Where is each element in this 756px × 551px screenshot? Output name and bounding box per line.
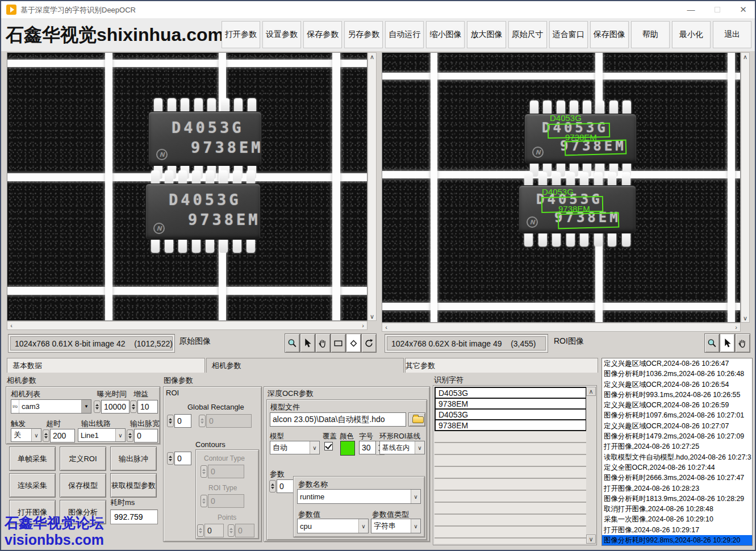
minimize-button[interactable]: — <box>678 1 704 18</box>
toolbar-button[interactable]: 缩小图像 <box>426 21 465 48</box>
toolbar-button[interactable]: 最小化 <box>672 21 711 48</box>
contours-index-stepper[interactable]: 0 <box>167 452 191 465</box>
global-rect-index-stepper[interactable]: 0 <box>167 414 191 428</box>
chevron-down-icon[interactable]: ∨ <box>115 429 125 441</box>
scroll-left-icon[interactable]: ‹ <box>382 323 390 331</box>
scroll-down-icon[interactable]: ∨ <box>586 535 596 544</box>
model-select[interactable]: 自动 ∨ <box>270 441 320 454</box>
select-tool-button[interactable] <box>300 333 315 353</box>
chevron-down-icon[interactable]: ∨ <box>411 490 420 503</box>
log-entry[interactable]: 采集一次图像,2024-08-26 10:29:10 <box>602 514 752 524</box>
log-entry[interactable]: 打开图像,2024-08-26 10:29:17 <box>602 525 752 535</box>
horizontal-scrollbar[interactable]: ‹ › <box>7 321 367 330</box>
pan-tool-button[interactable] <box>735 333 750 353</box>
rectangle-tool-button[interactable] <box>331 333 346 353</box>
event-log-list[interactable]: 定义兴趣区域OCR,2024-08-26 10:26:47图像分析耗时1036.… <box>602 358 753 546</box>
diamond-tool-button[interactable] <box>346 333 361 353</box>
output-line-select[interactable]: Line1 ∨ <box>78 428 126 442</box>
scroll-up-icon[interactable]: ∧ <box>741 53 749 61</box>
toolbar-button[interactable]: 保存参数 <box>303 21 342 48</box>
log-entry[interactable]: 图像分析耗时1813.9ms,2024-08-26 10:28:29 <box>602 494 752 504</box>
toolbar-button[interactable]: 另存参数 <box>344 21 383 48</box>
params-index-stepper[interactable]: 0 <box>269 479 295 493</box>
contours-index[interactable]: 0 <box>174 452 191 465</box>
up-down-arrows-icon[interactable] <box>43 429 49 442</box>
log-entry[interactable]: 图像分析耗时1036.2ms,2024-08-26 10:26:48 <box>602 369 752 379</box>
toolbar-button[interactable]: 放大图像 <box>467 21 506 48</box>
chevron-down-icon[interactable]: ∨ <box>415 441 424 454</box>
up-down-arrows-icon[interactable] <box>127 429 133 442</box>
toolbar-button[interactable]: 帮助 <box>631 21 670 48</box>
scroll-down-icon[interactable]: ∨ <box>741 314 749 322</box>
toolbar-button[interactable]: 退出 <box>713 21 751 48</box>
zoom-tool-button[interactable] <box>704 333 720 353</box>
get-model-params-button[interactable]: 获取模型参数 <box>110 473 157 498</box>
log-entry[interactable]: 图像分析耗时992.8ms,2024-08-26 10:29:20 <box>602 535 752 545</box>
chevron-down-icon[interactable]: ∨ <box>411 519 420 533</box>
log-entry[interactable]: 定义全图OCR,2024-08-26 10:27:44 <box>602 462 752 473</box>
log-entry[interactable]: 读取模型文件自动模型.hdo,2024-08-26 10:27:3 <box>602 452 752 462</box>
pan-tool-button[interactable] <box>315 333 331 353</box>
log-entry[interactable]: 图像分析耗时1097.6ms,2024-08-26 10:27:01 <box>602 410 752 420</box>
global-rect-index[interactable]: 0 <box>174 414 191 428</box>
chevron-down-icon[interactable]: ∨ <box>310 441 319 454</box>
color-swatch[interactable] <box>340 441 355 456</box>
scroll-left-icon[interactable]: ‹ <box>7 322 15 329</box>
toolbar-button[interactable]: 原始尺寸 <box>508 21 547 48</box>
exposure-value[interactable]: 10000 <box>101 400 130 414</box>
recognized-scrollbar[interactable]: ∧ ∨ <box>586 387 596 544</box>
recognized-char-row[interactable]: 9738EM <box>435 398 587 410</box>
save-model-button[interactable]: 保存模型 <box>60 473 106 498</box>
grab-single-button[interactable]: 单帧采集 <box>9 446 56 471</box>
tab[interactable]: 基本数据 <box>7 358 205 373</box>
up-down-arrows-icon[interactable] <box>94 400 101 413</box>
toolbar-button[interactable]: 自动运行 <box>385 21 424 48</box>
log-entry[interactable]: 取消打开图像,2024-08-26 10:28:48 <box>602 504 752 514</box>
chevron-down-icon[interactable]: ∨ <box>358 519 368 533</box>
zoom-tool-button[interactable] <box>285 333 300 353</box>
scroll-up-icon[interactable]: ∧ <box>586 387 596 396</box>
log-entry[interactable]: 打开图像,2024-08-26 10:28:23 <box>602 483 752 494</box>
ring-roi-baseline-select[interactable]: 基线在内 ∨ <box>379 441 425 454</box>
toolbar-button[interactable]: 适合窗口 <box>549 21 588 48</box>
recognized-char-row[interactable]: D4053G <box>435 408 587 420</box>
log-entry[interactable]: 图像分析耗时1479.2ms,2024-08-26 10:27:09 <box>602 431 752 441</box>
gain-stepper[interactable]: 10 <box>130 400 158 414</box>
param-type-select[interactable]: 字符串 ∨ <box>371 519 421 533</box>
define-roi-button[interactable]: 定义ROI <box>60 446 106 471</box>
original-image-canvas[interactable]: D4053G 9738EM N D4053G 9738EM N <box>7 52 367 321</box>
log-entry[interactable]: 图像分析耗时993.1ms,2024-08-26 10:26:55 <box>602 390 752 400</box>
tab[interactable]: 其它参数 <box>405 358 598 373</box>
pulse-width-value[interactable]: 0 <box>134 429 158 443</box>
rotate-tool-button[interactable] <box>361 333 377 353</box>
timeout-stepper[interactable]: 200 <box>43 429 75 443</box>
close-button[interactable]: ✕ <box>730 1 756 18</box>
scroll-up-icon[interactable]: ∧ <box>368 53 376 61</box>
log-entry[interactable]: 定义兴趣区域OCR,2024-08-26 10:26:59 <box>602 400 752 410</box>
roi-image-canvas[interactable]: D4053G 9738EM N D4053G 9738EM N D4053G 9… <box>382 52 741 323</box>
up-down-arrows-icon[interactable] <box>167 415 174 427</box>
toolbar-button[interactable]: 设置参数 <box>262 21 301 48</box>
pulse-width-stepper[interactable]: 0 <box>127 429 158 443</box>
log-entry[interactable]: 定义兴趣区域OCR,2024-08-26 10:26:47 <box>602 358 752 369</box>
tab[interactable]: 相机参数 <box>206 358 404 373</box>
log-entry[interactable]: 定义兴趣区域OCR,2024-08-26 10:26:54 <box>602 379 752 390</box>
log-entry[interactable]: 图像分析耗时2666.3ms,2024-08-26 10:27:47 <box>602 473 752 483</box>
vertical-scrollbar[interactable]: ∧ ∨ <box>741 52 750 323</box>
maximize-button[interactable] <box>704 1 730 18</box>
recognized-char-row[interactable]: 9738EM <box>435 419 587 431</box>
continuous-grab-button[interactable]: 连续采集 <box>9 473 56 498</box>
output-pulse-button[interactable]: 输出脉冲 <box>110 446 157 471</box>
timeout-value[interactable]: 200 <box>50 429 75 443</box>
select-tool-button[interactable] <box>720 333 735 353</box>
params-index[interactable]: 0 <box>277 479 295 493</box>
camera-select[interactable]: I/o cam3 ▼ <box>11 399 91 414</box>
toolbar-button[interactable]: 打开参数 <box>222 21 260 48</box>
dropdown-arrow-icon[interactable]: ▼ <box>81 400 91 413</box>
chevron-down-icon[interactable]: ∨ <box>31 429 41 441</box>
vertical-scrollbar[interactable]: ∧ ∨ <box>367 52 377 321</box>
gain-value[interactable]: 10 <box>137 400 158 414</box>
scroll-right-icon[interactable]: › <box>359 322 367 329</box>
up-down-arrows-icon[interactable] <box>167 452 174 465</box>
up-down-arrows-icon[interactable] <box>130 400 137 413</box>
